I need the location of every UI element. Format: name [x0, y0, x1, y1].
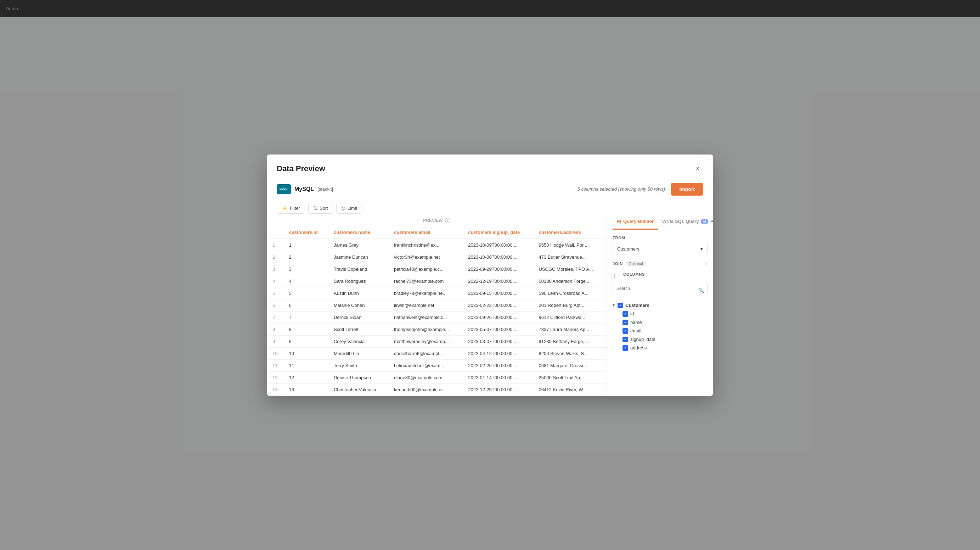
- table-row: 6 6 Melanie Cohen iirwin@example.net 202…: [267, 299, 606, 311]
- cell-address: 9612 Clifford Parkwa...: [533, 311, 606, 323]
- cell-id: 8: [283, 323, 328, 335]
- cell-signup-date: 2022-02-26T00:00:00....: [462, 359, 533, 371]
- search-wrapper: 🔍: [612, 283, 708, 298]
- cell-email: belindamitchell@exam...: [388, 359, 462, 371]
- cell-address: 9550 Hodge Wall, Por...: [533, 239, 606, 251]
- filter-label: Filter: [290, 206, 300, 211]
- join-row[interactable]: JOIN Optional ›: [612, 261, 708, 266]
- cell-email: thompsonjohn@example...: [388, 323, 462, 335]
- limit-button[interactable]: ◎ Limit: [336, 203, 363, 214]
- filter-button[interactable]: ⚡ Filter: [277, 203, 305, 214]
- tab-query-builder[interactable]: ⊞ Query Builder: [612, 214, 658, 230]
- name-checkbox[interactable]: [622, 320, 628, 325]
- toolbar: ⚡ Filter ⇅ Sort ◎ Limit: [267, 200, 713, 214]
- cell-name: Denise Thompson: [328, 371, 388, 383]
- tab-sql-label: Write SQL Query: [662, 218, 699, 224]
- tree-child-name[interactable]: name: [622, 318, 708, 327]
- cell-address: 473 Butler Stravenue...: [533, 251, 606, 263]
- tree-child-id[interactable]: id: [622, 310, 708, 318]
- row-num: 13: [267, 383, 283, 395]
- signup-date-checkbox[interactable]: [622, 337, 628, 342]
- source-info: MySQL MySQL [stackit]: [277, 184, 333, 194]
- cell-signup-date: 2023-02-23T00:00:00....: [462, 299, 533, 311]
- table-row: 8 8 Scott Terrell thompsonjohn@example..…: [267, 323, 606, 335]
- mysql-logo-icon: MySQL: [277, 184, 291, 194]
- chevron-down-icon: ▾: [700, 246, 703, 252]
- cell-name: Terry Smith: [328, 359, 388, 371]
- tree-child-email[interactable]: email: [622, 327, 708, 335]
- source-bar: MySQL MySQL [stackit] 5 columns selected…: [267, 180, 713, 200]
- data-table: customers.id customers.name customers.em…: [267, 226, 606, 396]
- modal-body: PREVIEW i customers.id customers.name cu…: [267, 214, 713, 396]
- cell-email: victor34@example.net: [388, 251, 462, 263]
- email-checkbox[interactable]: [622, 328, 628, 334]
- grid-icon: ⊞: [617, 218, 621, 224]
- columns-header: ⋮⋮ COLUMNS: [612, 272, 708, 279]
- cell-email: bradley78@example.ne...: [388, 287, 462, 299]
- limit-label: Limit: [348, 206, 357, 211]
- filter-icon: ⚡: [282, 206, 288, 211]
- cell-signup-date: 2023-09-15T00:00:00....: [462, 287, 533, 299]
- cell-signup-date: 2022-01-14T00:00:00....: [462, 371, 533, 383]
- cell-name: Meredith Lin: [328, 347, 388, 359]
- table-header-row: customers.id customers.name customers.em…: [267, 226, 606, 239]
- cell-signup-date: 2022-04-12T00:00:00....: [462, 347, 533, 359]
- col-name: customers.name: [328, 226, 388, 239]
- cell-signup-date: 2023-10-09T00:00:00....: [462, 239, 533, 251]
- table-row: 4 4 Sara Rodriguez rachel73@example.com …: [267, 275, 606, 287]
- col-email: customers.email: [388, 226, 462, 239]
- cell-id: 5: [283, 287, 328, 299]
- tab-sql-query[interactable]: Write SQL Query AI ✦: [658, 214, 713, 229]
- query-panel: ⊞ Query Builder Write SQL Query AI ✦ FRO…: [607, 214, 713, 396]
- cell-name: Derrick Sloan: [328, 311, 388, 323]
- from-label: FROM: [612, 236, 708, 240]
- cell-id: 6: [283, 299, 328, 311]
- cell-address: USCGC Morales, FPO A...: [533, 263, 606, 275]
- row-num: 2: [267, 251, 283, 263]
- from-value: Customers: [617, 246, 640, 252]
- from-dropdown[interactable]: Customers ▾: [612, 243, 708, 255]
- tree-child-signup-date-label: signup_date: [630, 337, 655, 342]
- query-tabs: ⊞ Query Builder Write SQL Query AI ✦: [607, 214, 713, 230]
- cell-signup-date: 2023-03-07T00:00:00....: [462, 335, 533, 347]
- cell-id: 3: [283, 263, 328, 275]
- sort-button[interactable]: ⇅ Sort: [308, 203, 333, 214]
- cell-id: 12: [283, 371, 328, 383]
- tree-child-address-label: address: [630, 345, 647, 351]
- col-address: customers.address: [533, 226, 606, 239]
- import-button[interactable]: Import: [671, 183, 703, 196]
- customers-checkbox[interactable]: [617, 303, 623, 308]
- table-row: 5 5 Austin Dunn bradley78@example.ne... …: [267, 287, 606, 299]
- preview-area: PREVIEW i customers.id customers.name cu…: [267, 214, 606, 396]
- table-row: 12 12 Denise Thompson diane80@example.co…: [267, 371, 606, 383]
- tree-child-signup-date[interactable]: signup_date: [622, 335, 708, 344]
- row-num: 5: [267, 287, 283, 299]
- cell-name: Travis Copeland: [328, 263, 388, 275]
- cell-name: Jasmine Duncan: [328, 251, 388, 263]
- table-row: 3 3 Travis Copeland patricia48@example.c…: [267, 263, 606, 275]
- data-preview-modal: Data Preview × MySQL MySQL [stackit] 5 c…: [267, 155, 713, 396]
- optional-badge: Optional: [626, 261, 646, 266]
- table-row: 2 2 Jasmine Duncan victor34@example.net …: [267, 251, 606, 263]
- row-num: 3: [267, 263, 283, 275]
- cell-signup-date: 2022-12-25T00:00:00....: [462, 383, 533, 395]
- cell-address: 06412 Kevin River, W...: [533, 383, 606, 395]
- row-num: 6: [267, 299, 283, 311]
- tree-parent-customers[interactable]: ▾ Customers: [612, 301, 708, 310]
- tree-child-address[interactable]: address: [622, 344, 708, 352]
- address-checkbox[interactable]: [622, 345, 628, 351]
- close-button[interactable]: ×: [692, 163, 703, 174]
- id-checkbox[interactable]: [622, 311, 628, 317]
- cell-email: danielbarrett@exampl...: [388, 347, 462, 359]
- cell-address: 0681 Margaret Crossr...: [533, 359, 606, 371]
- preview-label: PREVIEW i: [267, 218, 606, 223]
- columns-search-input[interactable]: [612, 283, 708, 294]
- cell-email: nathanwest@example.c...: [388, 311, 462, 323]
- row-num: 1: [267, 239, 283, 251]
- cell-address: 201 Robert Burg Apt....: [533, 299, 606, 311]
- cell-signup-date: 2022-12-19T00:00:00....: [462, 275, 533, 287]
- source-tag: [stackit]: [317, 187, 333, 192]
- preview-info-icon: i: [445, 218, 450, 223]
- join-label: JOIN: [612, 261, 623, 266]
- tree-parent-label: Customers: [625, 303, 649, 308]
